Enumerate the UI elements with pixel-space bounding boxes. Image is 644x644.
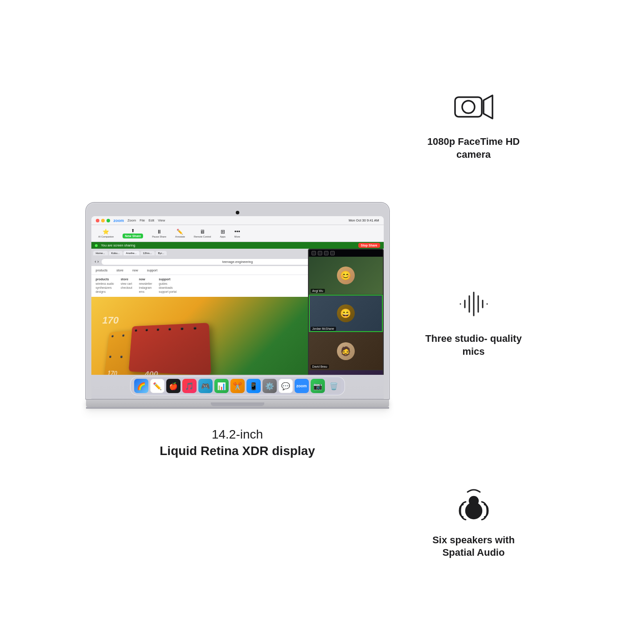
camera-icon [451,89,496,125]
browser-tab-5[interactable]: Byr... [156,251,167,255]
macbook-wrapper: zoom Zoom File Edit View Mon Oct 30 9:41… [86,203,389,409]
menu-item-4[interactable]: View [158,218,165,222]
new-share-label: New Share [123,234,143,238]
product-number-2: 400 [145,370,158,375]
macbook-section: zoom Zoom File Edit View Mon Oct 30 9:41… [82,0,394,644]
stop-share-button[interactable]: Stop Share [358,243,380,248]
dock-numbers[interactable]: 📊 [214,379,229,393]
col-now: now newsletter instagram ems [139,278,152,294]
dock-area: 🌈 ✏️ 🍎 🎵 🎮 📊 ✂️ 📱 ⚙️ 💬 zoom [91,375,384,399]
toolbar-pause-share[interactable]: ⏸ Pause Share [148,227,170,240]
menu-bar-right: Mon Oct 30 9:41 AM [349,218,379,222]
feature-mics: Three studio- quality mics [402,224,545,421]
macbook-base [86,399,389,407]
screen-content: zoom Zoom File Edit View Mon Oct 30 9:41… [91,216,384,399]
dock-settings[interactable]: ⚙️ [263,379,277,393]
nav-buttons: ‹ › [95,259,99,264]
dock-facetime[interactable]: 📷 [311,379,325,393]
close-button[interactable] [96,219,99,222]
dock-scissors[interactable]: ✂️ [230,379,245,393]
screen-sharing-banner: You are screen sharing Stop Share [91,242,384,249]
browser-area: Home... Kobu... Anothe... 12hrs... Byr..… [91,249,384,375]
minimize-button[interactable] [101,219,105,222]
sharing-indicator [95,244,98,247]
camera-feature-title: 1080p FaceTime HD camera [420,135,527,161]
macbook-caption: 14.2-inch Liquid Retina XDR display [160,427,315,459]
menu-item-2[interactable]: File [139,218,145,222]
col-products: products wireless audio synthesizers des… [96,278,114,294]
menu-bar-datetime: Mon Oct 30 9:41 AM [349,218,379,222]
toolbar-apps[interactable]: ⊞ Apps [217,227,230,240]
macbook-hinge-notch [211,402,264,406]
panel-btn-3[interactable] [324,251,328,255]
feature-camera: 1080p FaceTime HD camera [402,27,545,224]
page-container: zoom Zoom File Edit View Mon Oct 30 9:41… [0,0,644,644]
display-label-line1: 14.2-inch [160,427,315,443]
panel-btn-1[interactable] [312,251,316,255]
participant-carmen: 🙂 Carmen Sharafeldeen [309,370,383,375]
dock-controller[interactable]: 🎮 [198,379,213,393]
back-button[interactable]: ‹ [95,259,96,264]
participant-name-3: David Beau [311,365,329,369]
microphone-icon [451,286,496,322]
participant-angi-wu: 😊 Angi Wu [309,257,383,295]
macbook-feet [86,407,389,409]
features-section: 1080p FaceTime HD camera Three studio- q… [394,0,563,644]
dock-freeform[interactable]: ✏️ [150,379,164,393]
dock-appletv[interactable]: 🍎 [166,379,180,393]
participant-name-2: Jordan McShane [311,327,336,331]
macbook-camera-area [91,208,384,216]
zoom-toolbar: ⭐ AI Companion ⬆ New Share ⏸ Pause Share [91,225,384,242]
nav-support[interactable]: support [147,269,157,272]
nav-products[interactable]: products [96,269,108,272]
browser-tab-3[interactable]: Anothe... [123,251,139,255]
panel-btn-4[interactable] [330,251,335,255]
macbook-body: zoom Zoom File Edit View Mon Oct 30 9:41… [86,203,389,399]
macbook-screen: zoom Zoom File Edit View Mon Oct 30 9:41… [91,216,384,399]
menu-item-3[interactable]: Edit [148,218,154,222]
toolbar-more[interactable]: ••• More [231,227,244,240]
dock-appstore[interactable]: 📱 [246,379,261,393]
dock-slack[interactable]: 💬 [279,379,293,393]
product-number-1: 170 [103,315,119,326]
traffic-lights [96,219,110,222]
svg-point-1 [462,101,475,113]
zoom-logo: zoom [114,218,124,223]
panel-btn-2[interactable] [318,251,322,255]
maximize-button[interactable] [107,219,110,222]
col-store: store view cart checkout [121,278,132,294]
dock: 🌈 ✏️ 🍎 🎵 🎮 📊 ✂️ 📱 ⚙️ 💬 zoom [130,377,345,395]
col-support: support guides downloads support portal [159,278,176,294]
participant-name-1: Angi Wu [311,289,325,293]
dock-trash[interactable]: 🗑️ [327,379,341,393]
participant-david-beau: 🧔 David Beau [309,332,383,370]
nav-store[interactable]: store [116,269,123,272]
toolbar-remote-control[interactable]: 🖥 Remote Control [190,227,215,240]
display-label-line2: Liquid Retina XDR display [160,443,315,459]
menu-bar-left: zoom Zoom File Edit View [96,218,165,223]
macbook-camera [236,211,239,214]
zoom-video-panel: 😊 Angi Wu 😄 Jo [308,249,384,375]
participant-avatar-4: 🙂 [309,370,383,375]
browser-tab-1[interactable]: Home... [93,251,108,255]
dock-launchpad[interactable]: 🌈 [134,379,148,393]
feature-speakers: Six speakers with Spatial Audio [402,420,545,617]
toolbar-ai-companion[interactable]: ⭐ AI Companion [95,227,118,240]
browser-tab-4[interactable]: 12hrs... [140,251,155,255]
dock-zoom[interactable]: zoom [295,379,309,393]
toolbar-new-share[interactable]: ⬆ New Share [119,226,147,240]
speakers-feature-title: Six speakers with Spatial Audio [420,534,527,559]
dock-music[interactable]: 🎵 [182,379,197,393]
mics-feature-title: Three studio- quality mics [420,332,527,358]
nav-now[interactable]: now [132,269,138,272]
menu-item-1[interactable]: Zoom [127,218,136,222]
forward-button[interactable]: › [98,259,99,264]
speakers-icon [447,479,500,523]
sharing-text: You are screen sharing [101,243,135,247]
participant-jordan-mcshane: 😄 Jordan McShane [309,295,383,332]
zoom-panel-controls [309,250,383,257]
synth-red-controls [132,326,207,371]
svg-point-10 [469,496,478,505]
browser-tab-2[interactable]: Kobu... [109,251,123,255]
toolbar-annotate[interactable]: ✏️ Annotate [172,227,189,240]
